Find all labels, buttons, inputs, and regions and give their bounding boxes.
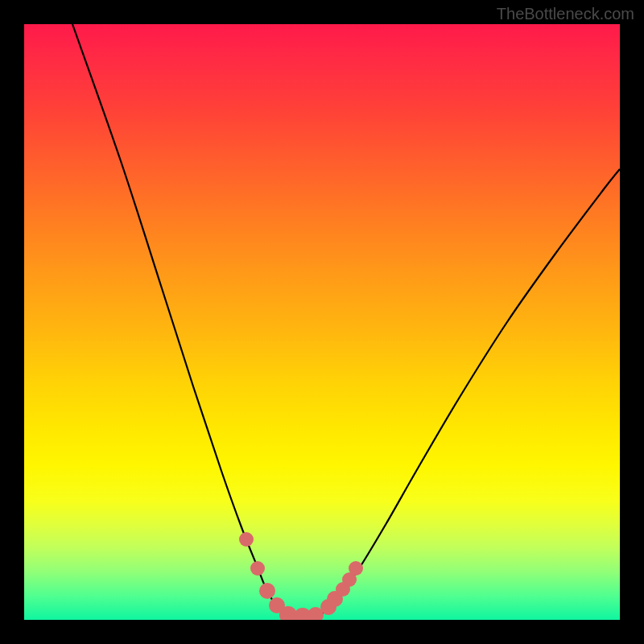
data-marker — [259, 583, 275, 599]
bottleneck-curve-line — [72, 24, 620, 617]
watermark-text: TheBottleneck.com — [497, 5, 634, 23]
chart-plot-area — [24, 24, 620, 620]
data-markers — [239, 532, 363, 620]
data-marker — [250, 561, 265, 576]
data-marker — [239, 532, 254, 547]
data-marker — [349, 561, 363, 576]
chart-svg — [24, 24, 620, 620]
